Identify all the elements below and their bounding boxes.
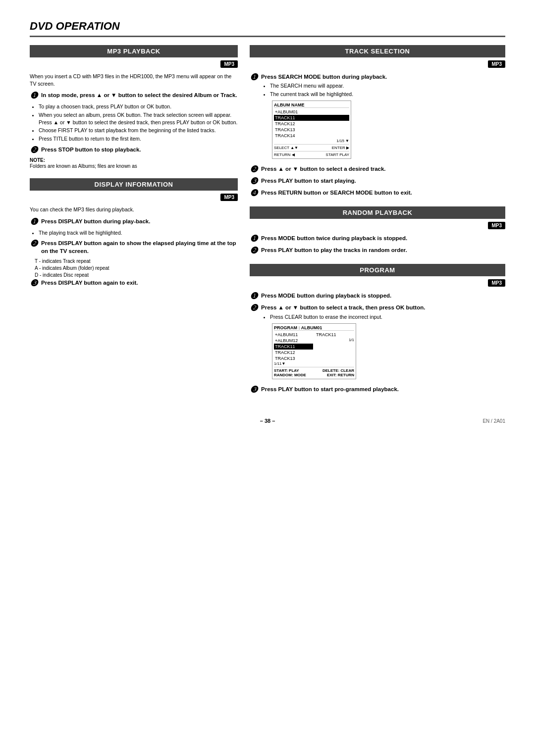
mp3-badge-program: MP3 [488,279,505,287]
display-step3-text: Press DISPLAY button again to exit. [41,279,138,287]
program-screen-body: +ALBUM11 +ALBUM12 TRACK11 TRACK12 TRACK1… [274,332,354,366]
program-step2: ❷ Press ▲ or ▼ button to select a track,… [250,303,505,382]
prog-exit: EXIT: RETURN [327,373,354,377]
mp3-playback-intro: When you insert a CD with MP3 files in t… [30,73,238,87]
page-bottom: – 38 – EN / 2A01 [30,418,505,424]
program-step2-bullets: Press CLEAR button to erase the incorrec… [261,313,425,321]
program-step1-num: ❶ [250,292,258,301]
display-info-section: DISPLAY INFORMATION MP3 You can check th… [30,178,238,288]
screen-page: 1/15 ▼ [274,139,349,143]
prog-footer-row1: START: PLAY DELETE: CLEAR [274,368,354,373]
prog-left-3: TRACK12 [274,350,313,355]
program-step2-num: ❷ [250,303,258,312]
prog-left-2: TRACK11 [274,344,313,350]
prog-page-right: 1/1 [315,338,354,342]
track-step4-num: ❹ [250,189,258,198]
program-step3: ❸ Press PLAY button to start pro-grammed… [250,385,505,394]
display-step2-subbullets: T - indicates Track repeat A - indicates… [30,258,238,279]
display-sub-1: T - indicates Track repeat [35,258,238,265]
track-bullet-1: The SEARCH menu will appear. [270,82,387,90]
random-step1: ❶ Press MODE button twice during playbac… [250,234,505,243]
mp3-bullet-3: Choose FIRST PLAY to start playback from… [39,127,238,134]
track-step1-text: Press SEARCH MODE button during playback… [261,74,387,80]
track-screen-mockup: ALBUM NAME +ALBUM01 TRACK11 TRACK12 TRAC… [272,101,351,159]
screen-select: SELECT ▲▼ [274,146,298,150]
mp3-badge-display: MP3 [220,194,238,201]
program-step3-text: Press PLAY button to start pro-grammed p… [261,385,399,393]
track-step1: ❶ Press SEARCH MODE button during playba… [250,73,505,162]
display-bullet-1: The playing track will be highlighted. [39,229,238,237]
screen-row-1: TRACK11 [274,115,349,121]
display-step1: ❶ Press DISPLAY button during play-back. [30,217,238,226]
track-bullet-2: The current track will be highlighted. [270,91,387,98]
mp3-step2-text: Press STOP button to stop playback. [41,146,141,153]
prog-left-1: +ALBUM12 [274,338,313,344]
mp3-step2: ❷ Press STOP button to stop playback. [30,146,238,154]
prog-delete: DELETE: CLEAR [322,368,354,373]
prog-left-0: +ALBUM11 [274,332,313,338]
display-sub-2: A - indicates Album (folder) repeat [35,265,238,272]
screen-footer2: RETURN ◀ START PLAY [274,151,349,157]
display-step2-text: Press DISPLAY button again to show the e… [41,239,238,255]
mp3-step2-num: ❷ [30,146,38,154]
mp3-playback-header: MP3 PLAYBACK [30,45,238,57]
note-label: NOTE: [30,157,238,163]
program-step3-num: ❸ [250,385,258,394]
random-step1-text: Press MODE button twice during playback … [261,234,407,242]
display-step1-bullets: The playing track will be highlighted. [30,229,238,237]
prog-random: RANDOM: MODE [274,373,306,377]
display-step1-num: ❶ [30,217,38,226]
display-step3: ❸ Press DISPLAY button again to exit. [30,279,238,288]
page-title: DVD OPERATION [30,20,505,37]
track-step4-text: Press RETURN button or SEARCH MODE butto… [261,189,412,197]
track-step3-num: ❸ [250,177,258,186]
program-screen-header: PROGRAM : ALBUM01 [274,325,354,331]
program-step1: ❶ Press MODE button during playback is s… [250,292,505,301]
random-step2-text: Press PLAY button to play the tracks in … [261,246,407,254]
random-playback-header: RANDOM PLAYBACK [250,206,505,219]
track-step1-bullets: The SEARCH menu will appear. The current… [261,82,387,98]
note-text: Folders are known as Albums; files are k… [30,163,238,169]
display-sub-3: D - indicates Disc repeat [35,272,238,279]
mp3-bullet-4: Press TITLE button to return to the firs… [39,135,238,143]
mp3-step1-text: In stop mode, press ▲ or ▼ button to sel… [41,91,237,99]
screen-row-3: TRACK13 [274,127,349,133]
mp3-step1: ❶ In stop mode, press ▲ or ▼ button to s… [30,91,238,100]
screen-footer: SELECT ▲▼ ENTER ▶ [274,144,349,150]
track-step2: ❷ Press ▲ or ▼ button to select a desire… [250,165,505,174]
prog-right-0: TRACK11 [315,332,354,338]
program-step2-text: Press ▲ or ▼ button to select a track, t… [261,304,425,310]
program-screen-footer: START: PLAY DELETE: CLEAR RANDOM: MODE E… [274,367,354,377]
track-step2-num: ❷ [250,165,258,174]
program-step1-text: Press MODE button during playback is sto… [261,292,391,300]
mp3-bullet-1: To play a choosen track, press PLAY butt… [39,103,238,110]
program-bullet-1: Press CLEAR button to erase the incorrec… [270,313,425,321]
screen-return: RETURN ◀ [274,152,295,157]
screen-row-0: +ALBUM01 [274,109,349,115]
screen-start: START PLAY [326,152,349,157]
mp3-badge-track: MP3 [488,60,505,68]
random-playback-section: RANDOM PLAYBACK MP3 ❶ Press MODE button … [250,206,505,255]
track-step3-text: Press PLAY button to start playing. [261,177,356,185]
track-step4: ❹ Press RETURN button or SEARCH MODE but… [250,189,505,198]
program-screen-mockup: PROGRAM : ALBUM01 +ALBUM11 +ALBUM12 TRAC… [272,323,356,379]
screen-row-4: TRACK14 [274,133,349,139]
prog-start: START: PLAY [274,368,299,373]
program-left-col: +ALBUM11 +ALBUM12 TRACK11 TRACK12 TRACK1… [274,332,313,366]
screen-album-name: ALBUM NAME [274,102,349,108]
display-info-header: DISPLAY INFORMATION [30,178,238,191]
mp3-step1-bullets: To play a choosen track, press PLAY butt… [30,103,238,142]
prog-footer-row2: RANDOM: MODE EXIT: RETURN [274,373,354,377]
random-step1-num: ❶ [250,234,258,243]
display-step2: ❷ Press DISPLAY button again to show the… [30,239,238,255]
program-right-col: TRACK11 1/1 [315,332,354,366]
track-step3: ❸ Press PLAY button to start playing. [250,177,505,186]
track-selection-header: TRACK SELECTION [250,45,505,57]
screen-enter: ENTER ▶ [332,146,349,150]
screen-row-2: TRACK12 [274,121,349,127]
random-step2-num: ❷ [250,246,258,255]
mp3-badge-playback: MP3 [220,60,238,68]
page-code: EN / 2A01 [482,418,505,424]
prog-page-left: 1/11▼ [274,361,313,366]
mp3-step1-num: ❶ [30,91,38,100]
